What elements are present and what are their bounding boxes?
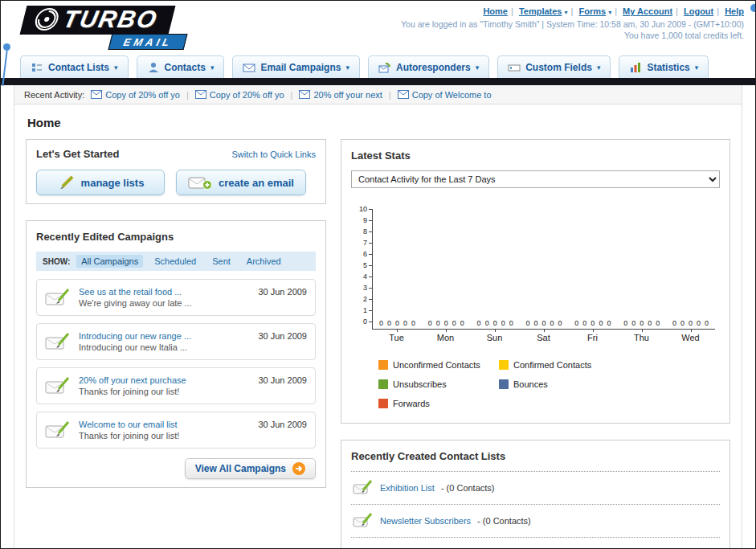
nav-tab-statistics[interactable]: Statistics ▾ [619, 55, 709, 78]
campaign-title-link[interactable]: 20% off your next purchase [79, 375, 186, 385]
campaign-row[interactable]: Welcome to our email list Thanks for joi… [36, 412, 316, 449]
y-tick: 1 [353, 306, 372, 314]
recent-activity-link: 20% off your next [313, 90, 382, 100]
envelope-pencil-icon [353, 479, 374, 497]
chevron-down-icon: ▾ [597, 64, 601, 72]
value-label: 0 [590, 319, 595, 327]
recent-activity-item[interactable]: 20% off your next [299, 90, 382, 100]
contact-lists-icon [31, 61, 43, 74]
recent-activity-link: Copy of Welcome to [412, 90, 492, 100]
campaign-row[interactable]: Introducing our new range ... Introducin… [36, 323, 316, 360]
contact-list-row[interactable]: Exhibition List - (0 Contacts) [351, 472, 720, 505]
campaign-row[interactable]: 20% off your next purchase Thanks for jo… [36, 367, 316, 404]
y-tick: 6 [353, 250, 372, 258]
legend-item: Forwards [378, 399, 499, 408]
header-link-templates[interactable]: Templates [519, 6, 562, 16]
envelope-pencil-icon [45, 375, 71, 396]
recent-activity-item[interactable]: Copy of Welcome to [398, 90, 492, 100]
nav-tab-email-campaigns[interactable]: Email Campaigns ▾ [232, 55, 360, 78]
campaign-title-link[interactable]: Introducing our new range ... [79, 331, 191, 341]
chevron-down-icon: ▾ [608, 9, 611, 16]
turbo-swirl-icon [32, 7, 62, 31]
x-axis-label: Mon [421, 333, 470, 342]
value-label: 0 [672, 319, 676, 327]
y-tick: 0 [353, 318, 372, 326]
nav-tab-autoresponders[interactable]: Autoresponders ▾ [368, 55, 489, 78]
legend-item: Unsubscribes [378, 379, 499, 389]
value-label: 0 [599, 319, 603, 327]
contact-list-link[interactable]: Newsletter Subscribers [380, 516, 471, 526]
nav-tab-label: Email Campaigns [260, 62, 341, 73]
contact-list-count: - (0 Contacts) [477, 516, 531, 526]
page-title: Home [27, 116, 730, 129]
recent-activity-link: Copy of 20% off yo [105, 90, 180, 100]
app-window: TURBO EMAIL Home| Templates ▾| Forms ▾| … [0, 0, 756, 549]
autoresponders-icon [378, 61, 391, 74]
contact-list-link[interactable]: Exhibition List [380, 483, 435, 493]
app-logo[interactable]: TURBO EMAIL [23, 4, 224, 49]
value-label: 0 [403, 319, 407, 327]
manage-lists-button[interactable]: manage lists [36, 170, 165, 195]
envelope-icon [195, 90, 206, 99]
value-label: 0 [558, 319, 562, 327]
y-tick: 9 [353, 216, 372, 224]
latest-stats-panel: Latest Stats Contact Activity for the La… [341, 139, 730, 424]
get-started-panel: Let's Get Started Switch to Quick Links … [26, 139, 326, 204]
envelope-pencil-icon [353, 512, 374, 530]
nav-tab-contact-lists[interactable]: Contact Lists ▾ [20, 55, 129, 78]
stats-period-select[interactable]: Contact Activity for the Last 7 Days [351, 170, 720, 188]
top-links: Home| Templates ▾| Forms ▾| My Account| … [401, 6, 744, 16]
envelope-icon [398, 90, 409, 99]
value-label: 0 [631, 319, 635, 327]
tab-sent[interactable]: Sent [207, 255, 235, 268]
header-link-forms[interactable]: Forms [578, 6, 606, 16]
get-started-title: Let's Get Started [36, 148, 120, 160]
y-tick: 5 [353, 261, 372, 269]
value-label: 0 [436, 319, 440, 327]
logo-text-email-banner: EMAIL [108, 34, 188, 50]
contact-list-row[interactable]: Newsletter Subscribers - (0 Contacts) [351, 505, 720, 538]
envelope-pencil-icon [45, 420, 71, 440]
value-label: 0 [689, 319, 693, 327]
recent-activity-item[interactable]: Copy of 20% off yo [195, 90, 284, 100]
header: TURBO EMAIL Home| Templates ▾| Forms ▾| … [1, 1, 755, 51]
view-all-campaigns-label: View All Campaigns [195, 463, 286, 474]
value-label: 0 [501, 319, 505, 327]
nav-tab-custom-fields[interactable]: Custom Fields ▾ [497, 55, 611, 78]
tab-all-campaigns[interactable]: All Campaigns [76, 255, 143, 268]
right-column: Latest Stats Contact Activity for the La… [341, 139, 730, 549]
chart-plot-area: 00000000000000000000000000000000000 [372, 209, 715, 330]
nav-tab-contacts[interactable]: Contacts ▾ [137, 55, 225, 78]
recent-activity-item[interactable]: Copy of 20% off yo [91, 90, 180, 100]
header-link-help[interactable]: Help [725, 6, 744, 16]
legend-item: Confirmed Contacts [499, 360, 619, 370]
header-link-my-account[interactable]: My Account [623, 6, 672, 16]
campaign-subtitle: Thanks for joining our list! [79, 387, 186, 396]
tab-scheduled[interactable]: Scheduled [149, 255, 201, 268]
x-axis-label: Wed [666, 333, 715, 342]
header-link-logout[interactable]: Logout [684, 6, 713, 16]
contact-list-count: - (0 Contacts) [441, 483, 495, 493]
x-axis-label: Fri [568, 333, 617, 342]
create-email-button[interactable]: create an email [176, 170, 306, 195]
view-all-campaigns-button[interactable]: View All Campaigns [185, 458, 316, 479]
switch-to-quick-links[interactable]: Switch to Quick Links [231, 150, 316, 159]
campaign-row[interactable]: See us at the retail food ... We're givi… [36, 279, 316, 316]
login-info-text: You are logged in as "Timothy Smith" | S… [401, 19, 744, 29]
envelope-icon [91, 90, 102, 99]
chevron-down-icon: ▾ [695, 64, 699, 72]
legend-label: Bounces [513, 379, 548, 389]
value-label-group: 00000 [568, 319, 617, 327]
value-label: 0 [648, 319, 652, 327]
value-label: 0 [477, 319, 481, 327]
y-tick: 8 [353, 227, 372, 236]
value-label: 0 [623, 319, 627, 327]
chevron-down-icon: ▾ [565, 9, 568, 16]
y-tick: 2 [353, 295, 372, 303]
campaign-title-link[interactable]: Welcome to our email list [79, 420, 179, 429]
campaigns-filter-tabs: SHOW: All Campaigns Scheduled Sent Archi… [36, 252, 316, 271]
campaign-title-link[interactable]: See us at the retail food ... [79, 287, 192, 297]
header-link-home[interactable]: Home [483, 6, 508, 16]
tab-archived[interactable]: Archived [242, 255, 286, 268]
y-tick: 4 [353, 272, 372, 281]
